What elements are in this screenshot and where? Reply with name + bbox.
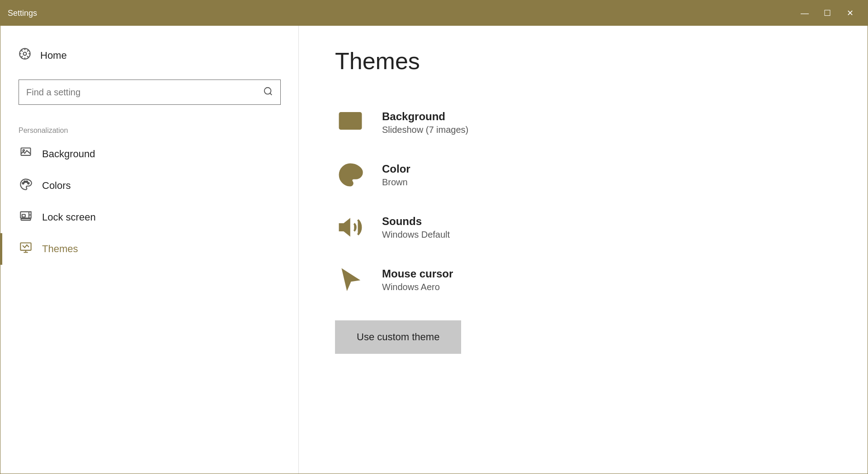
- svg-point-21: [354, 171, 357, 174]
- theme-sounds-name: Sounds: [382, 215, 450, 228]
- theme-color-icon: [335, 160, 366, 190]
- theme-sounds-value: Windows Default: [382, 230, 450, 240]
- theme-cursor-name: Mouse cursor: [382, 268, 453, 280]
- svg-point-17: [344, 116, 347, 119]
- sidebar-divider: [298, 26, 299, 474]
- theme-sounds-icon: [335, 212, 366, 243]
- sidebar-item-lock-screen[interactable]: Lock screen: [0, 202, 299, 233]
- sidebar-item-home[interactable]: Home: [0, 40, 299, 70]
- window-title: Settings: [8, 9, 37, 18]
- colors-icon: [19, 178, 33, 193]
- theme-item-background[interactable]: Background Slideshow (7 images): [335, 96, 831, 149]
- search-button[interactable]: [256, 86, 280, 99]
- svg-point-6: [24, 181, 26, 183]
- maximize-button[interactable]: ☐: [817, 4, 838, 22]
- sidebar-item-colors[interactable]: Colors: [0, 170, 299, 202]
- sidebar-section-label: Personalization: [0, 114, 299, 138]
- sidebar-background-label: Background: [42, 148, 95, 160]
- theme-cursor-value: Windows Aero: [382, 282, 453, 292]
- close-button[interactable]: ✕: [840, 4, 860, 22]
- theme-sounds-text: Sounds Windows Default: [382, 215, 450, 240]
- home-icon: [19, 47, 31, 63]
- themes-icon: [19, 241, 33, 257]
- theme-background-name: Background: [382, 110, 468, 123]
- theme-background-value: Slideshow (7 images): [382, 125, 468, 135]
- theme-item-mouse-cursor[interactable]: Mouse cursor Windows Aero: [335, 253, 831, 306]
- svg-rect-12: [21, 219, 31, 221]
- home-label: Home: [40, 50, 67, 61]
- content-area: Home Personalization: [0, 26, 868, 474]
- search-wrapper: [0, 70, 299, 114]
- use-custom-theme-button[interactable]: Use custom theme: [335, 320, 461, 354]
- theme-color-name: Color: [382, 163, 410, 175]
- sidebar-lock-screen-label: Lock screen: [42, 211, 96, 223]
- theme-background-icon: [335, 107, 366, 138]
- page-title: Themes: [335, 47, 831, 75]
- search-icon: [263, 86, 273, 96]
- svg-point-20: [351, 168, 354, 171]
- sidebar-themes-label: Themes: [42, 243, 78, 255]
- themes-grid: Background Slideshow (7 images): [335, 96, 831, 306]
- sidebar: Home Personalization: [0, 26, 299, 474]
- theme-color-value: Brown: [382, 177, 410, 188]
- search-input[interactable]: [19, 87, 256, 98]
- sidebar-colors-label: Colors: [42, 180, 71, 192]
- minimize-button[interactable]: —: [794, 4, 815, 22]
- svg-point-19: [347, 168, 350, 171]
- theme-cursor-text: Mouse cursor Windows Aero: [382, 268, 453, 292]
- svg-rect-10: [22, 215, 25, 217]
- window-controls: — ☐ ✕: [794, 4, 860, 22]
- svg-point-1: [264, 87, 271, 94]
- svg-point-18: [344, 171, 347, 174]
- sidebar-item-themes[interactable]: Themes: [0, 233, 299, 265]
- main-content: Themes Background Slideshow (7 images): [299, 26, 868, 474]
- sidebar-item-background[interactable]: Background: [0, 138, 299, 170]
- settings-window: Settings — ☐ ✕ Home: [0, 0, 868, 474]
- lock-screen-icon: [19, 210, 33, 225]
- title-bar: Settings — ☐ ✕: [0, 0, 868, 26]
- svg-point-8: [28, 183, 29, 184]
- theme-item-sounds[interactable]: Sounds Windows Default: [335, 201, 831, 253]
- theme-item-color[interactable]: Color Brown: [335, 149, 831, 201]
- theme-background-text: Background Slideshow (7 images): [382, 110, 468, 135]
- svg-marker-22: [340, 220, 349, 235]
- svg-line-2: [270, 93, 272, 95]
- theme-color-text: Color Brown: [382, 163, 410, 188]
- svg-point-5: [22, 183, 24, 184]
- search-box: [19, 80, 281, 105]
- svg-point-7: [26, 181, 28, 183]
- svg-point-4: [23, 150, 25, 151]
- background-icon: [19, 146, 33, 162]
- svg-point-0: [24, 52, 27, 56]
- theme-cursor-icon: [335, 264, 366, 295]
